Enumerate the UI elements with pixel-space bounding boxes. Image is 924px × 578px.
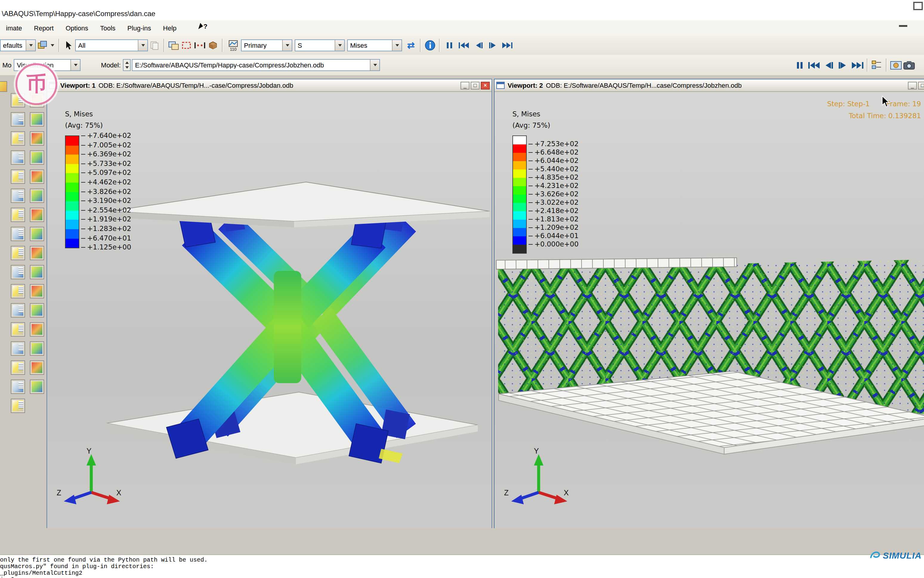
- viewport1-title-bar[interactable]: Viewport: 1 ODB: E:/Software/ABAQUS/Temp…: [47, 80, 492, 92]
- pointer-tool-icon[interactable]: [62, 39, 75, 52]
- display-group-options-icon[interactable]: [11, 380, 25, 394]
- next-frame-button[interactable]: [485, 39, 500, 51]
- message-area: only the first one found via the Python …: [0, 554, 924, 578]
- viewport1-restore-button[interactable]: □: [471, 81, 480, 89]
- render-model-icon[interactable]: [889, 58, 903, 71]
- plot-symbols-icon[interactable]: [30, 131, 44, 146]
- operate-on-xy-data-icon[interactable]: [30, 265, 44, 279]
- legend-title: S, Mises: [512, 110, 579, 118]
- animation-pause-button[interactable]: [793, 59, 807, 71]
- plot-contours-icon[interactable]: [30, 112, 44, 127]
- field-output-component-dropdown[interactable]: Mises: [347, 39, 402, 51]
- legend-title: S, Mises: [65, 110, 131, 118]
- view-manager-icon[interactable]: [36, 39, 49, 52]
- animate-harmonic-icon[interactable]: [11, 227, 25, 241]
- info-icon[interactable]: [424, 39, 437, 52]
- copy-viewport-icon[interactable]: [167, 39, 180, 52]
- free-body-cut-icon[interactable]: [30, 322, 44, 337]
- view-cut-options-icon[interactable]: [11, 246, 25, 260]
- superimpose-options-icon[interactable]: [11, 188, 25, 203]
- mouse-cursor-icon: [881, 96, 891, 109]
- menu-item[interactable]: imate: [0, 20, 28, 36]
- snapshot-camera-icon[interactable]: [903, 58, 916, 71]
- defaults-dropdown[interactable]: efaults: [0, 39, 36, 51]
- triad-x-label: X: [564, 489, 569, 497]
- legend-color-bar: [512, 135, 527, 254]
- animation-go-to-end-button[interactable]: [850, 59, 864, 71]
- contour-options-icon[interactable]: [11, 131, 25, 146]
- animation-options-icon[interactable]: [11, 208, 25, 222]
- window-minimize-button[interactable]: [899, 25, 907, 27]
- selection-filter-dropdown[interactable]: All: [75, 39, 148, 51]
- render-shaded-icon[interactable]: [206, 39, 220, 52]
- allow-multiple-plot-states-icon[interactable]: [11, 112, 25, 127]
- viewport2-canvas[interactable]: S, Mises (Avg: 75%) +7.253e+02+6.648e+02…: [495, 92, 924, 528]
- model-label: Model:: [101, 62, 121, 69]
- xy-plot-options-icon[interactable]: [11, 284, 25, 299]
- viewport1-canvas[interactable]: S, Mises (Avg: 75%) +7.640e+02+7.005e+02…: [47, 92, 492, 528]
- model-stepper[interactable]: [123, 59, 131, 71]
- contour-spectrum-icon[interactable]: [30, 341, 44, 356]
- legend-subtitle: (Avg: 75%): [65, 121, 131, 130]
- animation-next-frame-button[interactable]: [836, 59, 850, 71]
- viewport2-minimize-button[interactable]: _: [908, 81, 917, 89]
- field-output-position-dropdown[interactable]: Primary: [241, 39, 292, 51]
- animation-previous-frame-button[interactable]: [821, 59, 836, 71]
- viewport-icon: [496, 82, 505, 89]
- docked-toolbar-edge-icon[interactable]: [0, 81, 7, 92]
- title-bar[interactable]: \ABAQUS\Temp\Happy-case\Compress\dan.cae: [0, 0, 924, 20]
- query-icon[interactable]: [30, 284, 44, 299]
- spectrum-options-icon[interactable]: [11, 360, 25, 375]
- viewport1-close-button[interactable]: ×: [481, 81, 490, 89]
- create-display-group-icon[interactable]: [30, 360, 44, 375]
- field-output-frame-icon[interactable]: 110: [225, 39, 241, 52]
- menu-item[interactable]: Help: [157, 20, 183, 36]
- model-dropdown[interactable]: E:/Software/ABAQUS/Temp/Happy-case/Compr…: [132, 59, 380, 71]
- animation-go-to-start-button[interactable]: [807, 59, 821, 71]
- symbol-options-icon[interactable]: [11, 150, 25, 165]
- menu-item[interactable]: Options: [60, 20, 94, 36]
- previous-frame-button[interactable]: [471, 39, 485, 51]
- animate-scale-factor-icon[interactable]: [30, 188, 44, 203]
- common-options-icon[interactable]: [30, 169, 44, 184]
- menu-item[interactable]: Tools: [94, 20, 121, 36]
- field-output-variable-dropdown[interactable]: S: [295, 39, 345, 51]
- menu-item[interactable]: Plug-ins: [121, 20, 157, 36]
- field-output-options-icon[interactable]: [11, 322, 25, 337]
- create-xy-data-icon[interactable]: [30, 246, 44, 260]
- viewport2-restore-button[interactable]: □: [918, 81, 924, 89]
- viewport1-minimize-button[interactable]: _: [461, 81, 469, 89]
- activate-view-cut-icon[interactable]: [30, 227, 44, 241]
- view-manager-dropdown-arrow[interactable]: [49, 39, 56, 52]
- sync-field-output-icon[interactable]: ⇄: [405, 39, 417, 52]
- go-to-start-button[interactable]: [457, 39, 471, 51]
- message-line: _plugins/MentalCutting2: [0, 570, 924, 576]
- legend-labels: +7.640e+02+7.005e+02+6.369e+02+5.733e+02…: [81, 131, 131, 252]
- main-toolbar: efaults All 110: [0, 36, 924, 55]
- watermark-glyph: 币: [26, 70, 47, 98]
- xy-options-icon[interactable]: [11, 265, 25, 279]
- pause-button[interactable]: [443, 39, 457, 51]
- state-total-time: Total Time: 0.139281: [827, 110, 921, 122]
- animate-time-history-icon[interactable]: [30, 208, 44, 222]
- viewport1-legend: S, Mises (Avg: 75%) +7.640e+02+7.005e+02…: [65, 110, 131, 252]
- annotate-icon[interactable]: [11, 399, 25, 413]
- orientation-options-icon[interactable]: [11, 169, 25, 184]
- tree-view-icon[interactable]: [870, 58, 884, 71]
- selection-rectangle-icon[interactable]: [180, 39, 193, 52]
- probe-values-icon[interactable]: [11, 303, 25, 318]
- plot-material-orientations-icon[interactable]: [30, 150, 44, 165]
- viewport2-title-bar[interactable]: Viewport: 2 ODB: E:/Software/ABAQUS/Temp…: [495, 80, 924, 92]
- copy-icon[interactable]: [148, 39, 161, 52]
- context-bar: Mo Visualization Model: E:/Software/ABAQ…: [0, 55, 924, 76]
- measure-distance-icon[interactable]: [193, 39, 206, 52]
- create-field-output-icon[interactable]: [30, 303, 44, 318]
- free-body-options-icon[interactable]: [11, 341, 25, 356]
- simulia-logo: SIMULIA: [869, 549, 922, 561]
- window-maximize-button[interactable]: [913, 2, 923, 10]
- viewport2-odb-path: ODB: E:/Software/ABAQUS/Temp/H...case/Co…: [546, 82, 742, 89]
- menu-item[interactable]: Report: [28, 20, 60, 36]
- viewport1-odb-path: ODB: E:/Software/ABAQUS/Temp/H...-case/C…: [99, 82, 293, 89]
- go-to-end-button[interactable]: [500, 39, 514, 51]
- stream-options-icon[interactable]: [30, 380, 44, 394]
